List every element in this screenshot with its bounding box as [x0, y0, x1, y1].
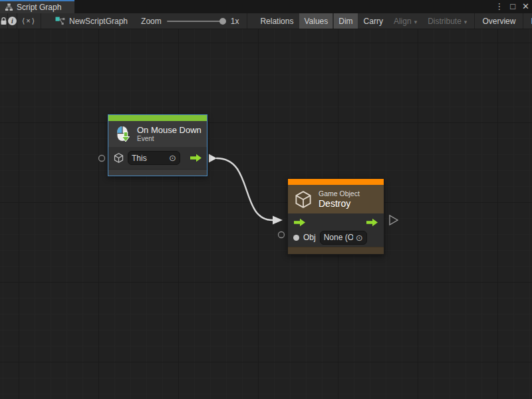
- target-value-field[interactable]: This ⊙: [128, 151, 180, 165]
- values-toggle[interactable]: Values: [299, 13, 332, 29]
- destroy-accent-bar: [288, 179, 384, 185]
- tab-script-graph[interactable]: Script Graph: [0, 0, 74, 13]
- chevron-down-icon: ▾: [464, 19, 467, 25]
- node-title: On Mouse Down: [137, 125, 201, 135]
- script-graph-icon: [55, 17, 65, 26]
- relations-toggle[interactable]: Relations: [255, 13, 298, 29]
- graph-name: NewScriptGraph: [69, 17, 128, 26]
- node-header-text: On Mouse Down Event: [137, 125, 201, 143]
- obj-value: None (O: [324, 233, 353, 242]
- node-subtitle: Event: [137, 135, 201, 143]
- node-footer: [288, 247, 384, 254]
- destroy-obj-input-port[interactable]: [279, 232, 285, 238]
- values-label: Values: [304, 17, 328, 26]
- flow-out-arrow-icon[interactable]: [190, 154, 202, 162]
- game-object-icon: [293, 190, 313, 209]
- window-close-icon[interactable]: ✕: [522, 0, 529, 13]
- align-label: Align: [394, 17, 412, 26]
- node-footer: [108, 169, 207, 176]
- fullscreen-button[interactable]: Full Screen: [526, 13, 532, 29]
- node-body: Obj None (O ⊙: [288, 213, 384, 247]
- dim-toggle[interactable]: Dim: [334, 13, 357, 29]
- node-on-mouse-down[interactable]: On Mouse Down Event This ⊙: [108, 114, 207, 176]
- node-header: On Mouse Down Event: [108, 121, 207, 147]
- node-port-row: This ⊙: [108, 147, 207, 169]
- toolbar-toggles: Relations Values Dim Carry Align ▾ Distr…: [255, 13, 532, 29]
- graph-toolbar: i ⟨×⟩ NewScriptGraph Zoom 1x Relations V…: [0, 13, 532, 29]
- graph-canvas[interactable]: On Mouse Down Event This ⊙: [0, 29, 532, 399]
- chevron-down-icon: ▾: [414, 19, 418, 25]
- mouse-down-icon: [114, 125, 132, 143]
- toolbar-separator: [523, 13, 523, 29]
- toolbar-separator: [247, 13, 247, 29]
- obj-label: Obj: [303, 233, 316, 242]
- info-button[interactable]: i: [8, 13, 17, 29]
- edge-layer: [0, 29, 532, 399]
- window-menu-icon[interactable]: ⋮: [495, 0, 503, 13]
- zoom-control: Zoom 1x: [141, 17, 239, 26]
- obj-port-row: Obj None (O ⊙: [288, 229, 384, 245]
- node-destroy[interactable]: Game Object Destroy Obj None (O ⊙: [287, 178, 384, 255]
- node-title: Destroy: [319, 198, 360, 209]
- target-value: This: [132, 154, 166, 163]
- object-picker-icon[interactable]: ⊙: [169, 153, 176, 163]
- flow-port-row: [288, 215, 384, 229]
- code-toggle-icon: ⟨×⟩: [22, 17, 36, 25]
- node-header-text: Game Object Destroy: [319, 190, 360, 209]
- distribute-dropdown[interactable]: Distribute ▾: [423, 13, 471, 29]
- game-object-icon: [113, 152, 124, 164]
- obj-value-field[interactable]: None (O ⊙: [320, 231, 367, 245]
- event-target-input-port[interactable]: [99, 156, 105, 162]
- destroy-exit-output-port[interactable]: [390, 215, 398, 225]
- align-dropdown[interactable]: Align ▾: [389, 13, 422, 29]
- flow-connection-arrowhead: [273, 216, 283, 225]
- hierarchy-icon: [5, 3, 13, 11]
- dim-label: Dim: [338, 17, 352, 26]
- flow-in-arrow-icon[interactable]: [293, 218, 306, 227]
- zoom-value: 1x: [231, 17, 239, 26]
- toolbar-separator: [41, 13, 41, 29]
- tab-title: Script Graph: [17, 3, 61, 12]
- window-maximize-icon[interactable]: □: [510, 0, 515, 13]
- zoom-slider-knob[interactable]: [219, 18, 226, 25]
- flow-out-arrow-icon[interactable]: [366, 218, 378, 227]
- window-controls: ⋮ □ ✕: [495, 0, 529, 13]
- lock-button[interactable]: [0, 13, 7, 29]
- overview-label: Overview: [482, 17, 515, 26]
- event-accent-bar: [108, 115, 207, 121]
- carry-toggle[interactable]: Carry: [359, 13, 388, 29]
- lock-icon: [0, 17, 7, 25]
- toolbar-separator: [474, 13, 475, 29]
- flow-connection-wire[interactable]: [217, 158, 273, 220]
- distribute-label: Distribute: [428, 17, 462, 26]
- relations-label: Relations: [260, 17, 293, 26]
- code-preview-button[interactable]: ⟨×⟩: [17, 13, 41, 29]
- graph-name-breadcrumb[interactable]: NewScriptGraph: [55, 17, 128, 26]
- info-icon: i: [8, 17, 17, 25]
- carry-label: Carry: [364, 17, 383, 26]
- zoom-label: Zoom: [141, 17, 162, 26]
- event-trigger-output-port[interactable]: [209, 154, 217, 163]
- obj-port-dot[interactable]: [293, 235, 299, 241]
- node-header: Game Object Destroy: [288, 185, 384, 213]
- zoom-slider[interactable]: [167, 21, 225, 22]
- tab-bar: Script Graph ⋮ □ ✕: [0, 0, 532, 13]
- node-category: Game Object: [319, 190, 360, 198]
- object-picker-icon[interactable]: ⊙: [356, 233, 363, 243]
- overview-button[interactable]: Overview: [477, 13, 520, 29]
